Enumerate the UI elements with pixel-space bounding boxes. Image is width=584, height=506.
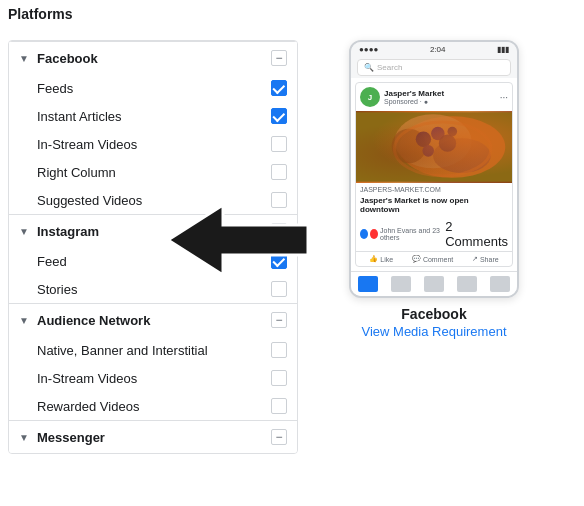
right-column-checkbox[interactable]: [271, 164, 287, 180]
fb-page-name: Jasper's Market: [384, 89, 496, 98]
fb-post-actions: 👍 Like 💬 Comment ↗ Share: [356, 251, 512, 266]
comment-icon: 💬: [412, 255, 421, 263]
messenger-section-header[interactable]: ▼ Messenger −: [9, 420, 297, 453]
messenger-header-left: ▼ Messenger: [19, 430, 105, 445]
facebook-section-header[interactable]: ▼ Facebook −: [9, 41, 297, 74]
facebook-section-title: Facebook: [37, 51, 98, 66]
fb-nav-notification-icon[interactable]: [457, 276, 477, 292]
feed-label: Feed: [37, 254, 67, 269]
in-stream-videos-fb-label: In-Stream Videos: [37, 137, 137, 152]
like-icon: 👍: [369, 255, 378, 263]
native-banner-label: Native, Banner and Interstitial: [37, 343, 208, 358]
stories-label: Stories: [37, 282, 77, 297]
instant-articles-label: Instant Articles: [37, 109, 122, 124]
in-stream-videos-fb-item: In-Stream Videos: [9, 130, 297, 158]
in-stream-videos-an-checkbox[interactable]: [271, 370, 287, 386]
native-banner-checkbox[interactable]: [271, 342, 287, 358]
phone-search-bar: 🔍 Search: [357, 59, 511, 76]
messenger-section-title: Messenger: [37, 430, 105, 445]
main-container: ▼ Facebook − Feeds Instant Articles In-S…: [0, 24, 584, 470]
search-placeholder: Search: [377, 63, 402, 72]
feed-item: Feed: [9, 247, 297, 275]
instagram-section-header[interactable]: ▼ Instagram −: [9, 214, 297, 247]
fb-sponsored-label: Sponsored · ●: [384, 98, 496, 105]
instagram-section-title: Instagram: [37, 224, 99, 239]
fb-nav-bar: [351, 271, 517, 296]
share-button[interactable]: ↗ Share: [472, 255, 499, 263]
phone-time: 2:04: [430, 45, 446, 54]
fb-nav-home-icon[interactable]: [358, 276, 378, 292]
messenger-collapse-button[interactable]: −: [271, 429, 287, 445]
fb-reactions-left: John Evans and 23 others: [360, 227, 445, 241]
feeds-item: Feeds: [9, 74, 297, 102]
fb-avatar: J: [360, 87, 380, 107]
page-title: Platforms: [0, 0, 584, 24]
audience-network-chevron-icon: ▼: [19, 315, 29, 325]
like-reaction-dot: [360, 229, 368, 239]
fb-more-icon[interactable]: ···: [500, 92, 508, 103]
facebook-chevron-icon: ▼: [19, 53, 29, 63]
fb-post-caption: JASPERS-MARKET.COM: [356, 183, 512, 196]
feeds-checkbox[interactable]: [271, 80, 287, 96]
fb-post-card: J Jasper's Market Sponsored · ● ···: [355, 82, 513, 267]
instagram-header-left: ▼ Instagram: [19, 224, 99, 239]
fb-post-title: Jasper's Market is now open downtown: [356, 196, 512, 217]
phone-mockup: ●●●● 2:04 ▮▮▮ 🔍 Search J Jasper's Market: [349, 40, 519, 298]
phone-battery: ▮▮▮: [497, 45, 509, 54]
comment-label: Comment: [423, 256, 453, 263]
audience-network-header-left: ▼ Audience Network: [19, 313, 150, 328]
view-media-requirement-link[interactable]: View Media Requirement: [362, 324, 507, 339]
comments-count: 2 Comments: [445, 219, 508, 249]
fb-nav-menu-icon[interactable]: [490, 276, 510, 292]
fb-nav-video-icon[interactable]: [391, 276, 411, 292]
love-reaction-dot: [370, 229, 378, 239]
rewarded-videos-checkbox[interactable]: [271, 398, 287, 414]
phone-signal: ●●●●: [359, 45, 378, 54]
rewarded-videos-label: Rewarded Videos: [37, 399, 139, 414]
like-label: Like: [380, 256, 393, 263]
audience-network-section-title: Audience Network: [37, 313, 150, 328]
fb-reactions-bar: John Evans and 23 others 2 Comments: [356, 217, 512, 251]
phone-status-bar: ●●●● 2:04 ▮▮▮: [351, 42, 517, 57]
instant-articles-item: Instant Articles: [9, 102, 297, 130]
share-icon: ↗: [472, 255, 478, 263]
native-banner-item: Native, Banner and Interstitial: [9, 336, 297, 364]
feeds-label: Feeds: [37, 81, 73, 96]
search-icon: 🔍: [364, 63, 374, 72]
audience-network-collapse-button[interactable]: −: [271, 312, 287, 328]
like-button[interactable]: 👍 Like: [369, 255, 393, 263]
stories-item: Stories: [9, 275, 297, 303]
fb-post-header: J Jasper's Market Sponsored · ● ···: [356, 83, 512, 111]
in-stream-videos-an-label: In-Stream Videos: [37, 371, 137, 386]
messenger-chevron-icon: ▼: [19, 432, 29, 442]
comment-button[interactable]: 💬 Comment: [412, 255, 453, 263]
instagram-collapse-button[interactable]: −: [271, 223, 287, 239]
fb-nav-marketplace-icon[interactable]: [424, 276, 444, 292]
instagram-chevron-icon: ▼: [19, 226, 29, 236]
fb-post-image-overlay: [356, 111, 512, 183]
stories-checkbox[interactable]: [271, 281, 287, 297]
page-wrapper: Platforms ▼ Facebook − Feeds Instant Art…: [0, 0, 584, 470]
reactions-text: John Evans and 23 others: [380, 227, 445, 241]
facebook-collapse-button[interactable]: −: [271, 50, 287, 66]
suggested-videos-label: Suggested Videos: [37, 193, 142, 208]
phone-content: J Jasper's Market Sponsored · ● ···: [351, 78, 517, 271]
fb-post-meta: Jasper's Market Sponsored · ●: [384, 89, 496, 105]
suggested-videos-checkbox[interactable]: [271, 192, 287, 208]
suggested-videos-item: Suggested Videos: [9, 186, 297, 214]
facebook-header-left: ▼ Facebook: [19, 51, 98, 66]
preview-platform-label: Facebook: [401, 306, 466, 322]
share-label: Share: [480, 256, 499, 263]
rewarded-videos-item: Rewarded Videos: [9, 392, 297, 420]
feed-checkbox[interactable]: [271, 253, 287, 269]
instant-articles-checkbox[interactable]: [271, 108, 287, 124]
in-stream-videos-an-item: In-Stream Videos: [9, 364, 297, 392]
right-column-label: Right Column: [37, 165, 116, 180]
audience-network-section-header[interactable]: ▼ Audience Network −: [9, 303, 297, 336]
right-column-item: Right Column: [9, 158, 297, 186]
platforms-panel: ▼ Facebook − Feeds Instant Articles In-S…: [8, 40, 298, 454]
preview-panel: ●●●● 2:04 ▮▮▮ 🔍 Search J Jasper's Market: [314, 40, 554, 454]
fb-post-image: [356, 111, 512, 183]
in-stream-videos-fb-checkbox[interactable]: [271, 136, 287, 152]
